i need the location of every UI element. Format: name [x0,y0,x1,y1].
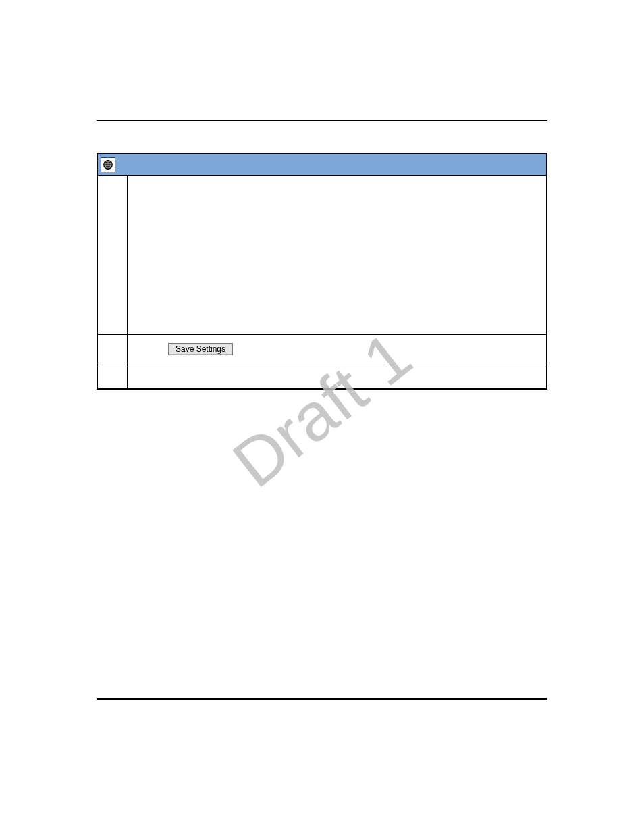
content-row3 [128,363,546,388]
footer-rule [97,698,547,700]
header-rule [97,120,547,121]
document-page: Save Settings Draft 1 [0,0,644,834]
content-row2: Save Settings [128,335,546,363]
window-titlebar [98,154,546,176]
left-gutter-row2 [98,335,128,363]
left-gutter-row1 [98,176,128,335]
globe-icon [101,157,115,172]
content-row1 [128,176,546,335]
left-gutter-row3 [98,363,128,388]
save-settings-button[interactable]: Save Settings [168,343,233,355]
window-body: Save Settings [98,176,546,388]
app-window: Save Settings [97,153,547,390]
